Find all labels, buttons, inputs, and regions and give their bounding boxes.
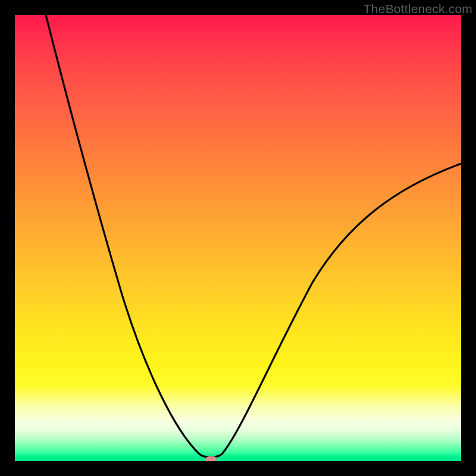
frame-border-left (0, 0, 15, 476)
bottleneck-curve-path (46, 15, 461, 457)
frame-border-bottom (0, 461, 476, 476)
watermark-text: TheBottleneck.com (364, 2, 472, 16)
curve-svg (15, 15, 461, 461)
chart-frame (0, 0, 476, 476)
plot-area (15, 15, 461, 461)
frame-border-right (461, 0, 476, 476)
